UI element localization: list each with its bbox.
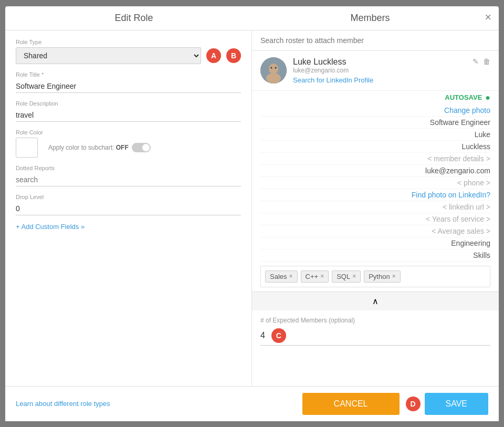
skill-tag-sales: Sales × [265,270,298,283]
role-type-container: Shared A B [16,47,241,64]
average-sales-placeholder[interactable]: < Average sales > [260,225,490,237]
phone-placeholder[interactable]: < phone > [260,177,490,189]
department-display: Engineering [260,237,490,249]
member-details: Change photo Software Engineer Luke Luck… [252,105,499,262]
skills-tags-container[interactable]: Sales × C++ × SQL × Python × [260,266,490,287]
cancel-button[interactable]: CANCEL [302,393,400,415]
member-top: Luke Luckless luke@zengario.com Search f… [260,57,490,84]
member-email-display: luke@zengario.com [293,67,466,74]
skill-tag-python: Python × [364,270,401,283]
member-email-field: luke@zengario.com [260,165,490,177]
change-photo-link[interactable]: Change photo [260,105,490,117]
footer-actions: CANCEL D SAVE [302,393,488,415]
modal-header: Edit Role Members × [5,6,499,30]
color-row: Apply color to subchart: OFF [16,138,241,158]
role-description-label: Role Description [16,100,241,107]
member-actions: ✎ 🗑 [472,57,490,66]
member-role-display: Software Engineer [260,117,490,129]
member-name: Luke Luckless [293,57,466,67]
delete-icon[interactable]: 🗑 [483,57,490,66]
remove-sales[interactable]: × [289,273,293,280]
role-type-select[interactable]: Shared [16,47,201,64]
learn-link[interactable]: Learn about different role types [16,400,110,408]
drop-level-group: Drop Level 0 [16,194,241,215]
badge-b: B [226,48,241,63]
save-button[interactable]: SAVE [425,393,489,415]
expected-members-label: # of Expected Members (optional) [260,317,490,324]
search-roster [252,30,499,51]
svg-point-3 [271,67,272,68]
edit-role-title: Edit Role [16,13,252,24]
search-roster-input[interactable] [260,36,490,45]
avatar-image [260,57,287,84]
remove-sql[interactable]: × [352,273,356,280]
color-picker[interactable] [16,138,38,158]
expected-members: # of Expected Members (optional) 4 C [252,310,499,352]
apply-color-toggle: Apply color to subchart: OFF [48,143,151,152]
autosave-text: AUTOSAVE [445,93,482,101]
svg-point-1 [269,64,278,74]
find-linkedin-link[interactable]: Find photo on LinkedIn? [260,189,490,201]
skills-label: Skills [260,249,490,262]
badge-d: D [406,397,421,411]
member-info: Luke Luckless luke@zengario.com Search f… [293,57,466,84]
dotted-reports-label: Dotted Reports [16,165,241,171]
skill-tag-cpp: C++ × [301,270,329,283]
role-title-label: Role Title * [16,71,241,78]
collapse-row[interactable]: ∧ [252,291,499,310]
modal-overlay: Edit Role Members × Role Type Shared A B [0,0,504,427]
edit-icon[interactable]: ✎ [472,57,479,66]
apply-color-switch[interactable] [132,143,151,152]
drop-level-value: 0 [16,202,241,215]
expected-members-value: 4 C [260,326,490,346]
years-of-service-placeholder[interactable]: < Years of service > [260,213,490,225]
add-custom-fields[interactable]: + Add Custom Fields » [16,223,241,231]
member-details-placeholder[interactable]: < member details > [260,153,490,165]
autosave-row: AUTOSAVE ● [252,91,499,105]
member-last-name: Luckless [260,141,490,153]
badge-a: A [206,48,221,63]
linkedin-search-link[interactable]: Search for LinkedIn Profile [293,76,466,84]
dotted-reports-search[interactable] [16,173,241,186]
role-type-group: Role Type Shared A B [16,39,241,64]
members-title: Members [252,13,488,24]
member-first-name: Luke [260,129,490,141]
role-description-group: Role Description [16,100,241,122]
apply-color-label: Apply color to subchart: OFF [48,144,129,151]
svg-point-2 [266,73,281,84]
skill-tag-sql: SQL × [332,270,361,283]
role-title-input[interactable] [16,80,241,93]
remove-python[interactable]: × [392,273,396,280]
skills-section: Sales × C++ × SQL × Python × [252,262,499,291]
dotted-reports-group: Dotted Reports [16,165,241,186]
role-title-group: Role Title * [16,71,241,93]
right-panel: Luke Luckless luke@zengario.com Search f… [252,30,499,386]
svg-point-4 [275,67,277,68]
role-description-input[interactable] [16,109,241,122]
collapse-icon: ∧ [372,297,379,306]
linkedin-url-placeholder[interactable]: < linkedin url > [260,201,490,213]
modal-body: Role Type Shared A B Role Title * Role D… [5,30,499,386]
role-color-group: Role Color Apply color to subchart: OFF [16,129,241,158]
modal-footer: Learn about different role types CANCEL … [5,386,499,421]
save-container: D SAVE [406,393,489,415]
autosave-dot: ● [485,93,490,102]
close-button[interactable]: × [485,11,491,24]
modal: Edit Role Members × Role Type Shared A B [5,6,499,421]
badge-c: C [271,328,286,343]
remove-cpp[interactable]: × [320,273,324,280]
drop-level-label: Drop Level [16,194,241,200]
member-card: Luke Luckless luke@zengario.com Search f… [252,51,499,91]
avatar [260,57,287,84]
left-panel: Role Type Shared A B Role Title * Role D… [5,30,252,386]
role-color-label: Role Color [16,129,241,136]
role-type-label: Role Type [16,39,241,45]
